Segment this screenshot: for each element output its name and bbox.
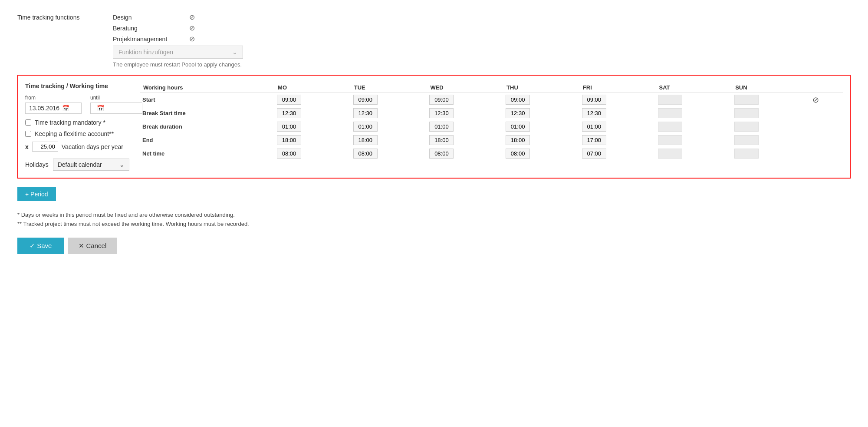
cell-sun-2[interactable] <box>732 120 808 133</box>
flexitime-checkbox[interactable] <box>25 131 31 137</box>
col-wed: WED <box>427 83 503 93</box>
cell-sun-0[interactable] <box>732 93 808 107</box>
add-period-button[interactable]: + Period <box>17 187 56 201</box>
delete-cell-4 <box>808 147 843 160</box>
input-sat-0[interactable] <box>658 95 682 105</box>
cell-thu-2[interactable] <box>503 120 579 133</box>
save-button[interactable]: ✓ Save <box>17 238 64 254</box>
input-tue-1[interactable] <box>353 108 378 118</box>
cell-thu-0[interactable] <box>503 93 579 107</box>
cell-tue-3[interactable] <box>351 133 427 147</box>
vacation-x: x <box>25 143 29 150</box>
cell-fri-1[interactable] <box>579 106 656 120</box>
input-tue-2[interactable] <box>353 122 378 132</box>
input-sun-1[interactable] <box>734 108 759 118</box>
cancel-button[interactable]: ✕ Cancel <box>68 238 117 254</box>
input-fri-1[interactable] <box>582 108 606 118</box>
input-wed-3[interactable] <box>429 135 454 145</box>
cell-mo-3[interactable] <box>274 133 351 147</box>
cell-mo-1[interactable] <box>274 106 351 120</box>
input-wed-4[interactable] <box>429 149 454 159</box>
time-grid-body: Start⊘Break Start timeBreak durationEndN… <box>140 93 843 161</box>
until-label: until <box>90 95 142 101</box>
cell-tue-1[interactable] <box>351 106 427 120</box>
input-sun-2[interactable] <box>734 122 759 132</box>
input-fri-4[interactable] <box>582 149 606 159</box>
input-thu-0[interactable] <box>506 95 530 105</box>
input-mo-2[interactable] <box>277 122 301 132</box>
cell-wed-3[interactable] <box>427 133 503 147</box>
cell-tue-2[interactable] <box>351 120 427 133</box>
cell-wed-4[interactable] <box>427 147 503 160</box>
input-mo-3[interactable] <box>277 135 301 145</box>
until-date-input[interactable]: 📅 <box>90 103 142 114</box>
input-tue-0[interactable] <box>353 95 378 105</box>
cell-thu-1[interactable] <box>503 106 579 120</box>
time-tracking-mandatory-checkbox[interactable] <box>25 119 31 126</box>
input-fri-0[interactable] <box>582 95 606 105</box>
cell-sat-1[interactable] <box>655 106 732 120</box>
flexitime-label: Keeping a flexitime account** <box>35 130 114 137</box>
input-mo-0[interactable] <box>277 95 301 105</box>
wt-section-label: Time tracking / Working time <box>25 83 129 89</box>
input-sun-3[interactable] <box>734 135 759 145</box>
input-thu-4[interactable] <box>506 149 530 159</box>
col-thu: THU <box>503 83 579 93</box>
flexitime-row: Keeping a flexitime account** <box>25 130 129 137</box>
vacation-days-label: Vacation days per year <box>62 143 123 150</box>
cell-fri-4[interactable] <box>579 147 656 160</box>
input-tue-4[interactable] <box>353 149 378 159</box>
vacation-row: x Vacation days per year <box>25 142 129 152</box>
cell-fri-3[interactable] <box>579 133 656 147</box>
cell-sun-4[interactable] <box>732 147 808 160</box>
cell-mo-2[interactable] <box>274 120 351 133</box>
cell-sun-1[interactable] <box>732 106 808 120</box>
add-period-section: + Period <box>17 187 851 206</box>
chevron-down-icon-holidays: ⌄ <box>119 161 125 168</box>
input-sat-3[interactable] <box>658 135 682 145</box>
input-sat-2[interactable] <box>658 122 682 132</box>
cell-sat-4[interactable] <box>655 147 732 160</box>
input-thu-1[interactable] <box>506 108 530 118</box>
cell-wed-1[interactable] <box>427 106 503 120</box>
input-thu-3[interactable] <box>506 135 530 145</box>
cell-sat-2[interactable] <box>655 120 732 133</box>
cell-wed-2[interactable] <box>427 120 503 133</box>
cell-tue-0[interactable] <box>351 93 427 107</box>
cell-fri-2[interactable] <box>579 120 656 133</box>
input-mo-1[interactable] <box>277 108 301 118</box>
restart-hint: The employee must restart Poool to apply… <box>113 61 851 68</box>
cell-tue-4[interactable] <box>351 147 427 160</box>
action-row: ✓ Save ✕ Cancel <box>17 238 851 254</box>
delete-icon-0[interactable]: ⊘ <box>811 96 819 104</box>
from-date-input[interactable]: 13.05.2016 📅 <box>25 103 82 114</box>
cell-mo-0[interactable] <box>274 93 351 107</box>
cell-sat-3[interactable] <box>655 133 732 147</box>
time-row-0: Start⊘ <box>140 93 843 107</box>
input-sat-4[interactable] <box>658 149 682 159</box>
holidays-dropdown[interactable]: Default calendar ⌄ <box>53 159 129 171</box>
input-fri-2[interactable] <box>582 122 606 132</box>
input-thu-2[interactable] <box>506 122 530 132</box>
input-sun-0[interactable] <box>734 95 759 105</box>
input-fri-3[interactable] <box>582 135 606 145</box>
cell-wed-0[interactable] <box>427 93 503 107</box>
cell-thu-3[interactable] <box>503 133 579 147</box>
input-wed-1[interactable] <box>429 108 454 118</box>
from-date-value: 13.05.2016 <box>29 105 59 112</box>
input-wed-0[interactable] <box>429 95 454 105</box>
until-col: until 📅 <box>90 95 142 114</box>
vacation-days-input[interactable] <box>32 142 58 152</box>
cell-sat-0[interactable] <box>655 93 732 107</box>
input-sun-4[interactable] <box>734 149 759 159</box>
input-wed-2[interactable] <box>429 122 454 132</box>
cell-fri-0[interactable] <box>579 93 656 107</box>
from-label: from <box>25 95 82 101</box>
input-sat-1[interactable] <box>658 108 682 118</box>
input-mo-4[interactable] <box>277 149 301 159</box>
input-tue-3[interactable] <box>353 135 378 145</box>
cell-thu-4[interactable] <box>503 147 579 160</box>
cell-sun-3[interactable] <box>732 133 808 147</box>
add-function-dropdown[interactable]: Funktion hinzufügen ⌄ <box>113 46 243 59</box>
cell-mo-4[interactable] <box>274 147 351 160</box>
